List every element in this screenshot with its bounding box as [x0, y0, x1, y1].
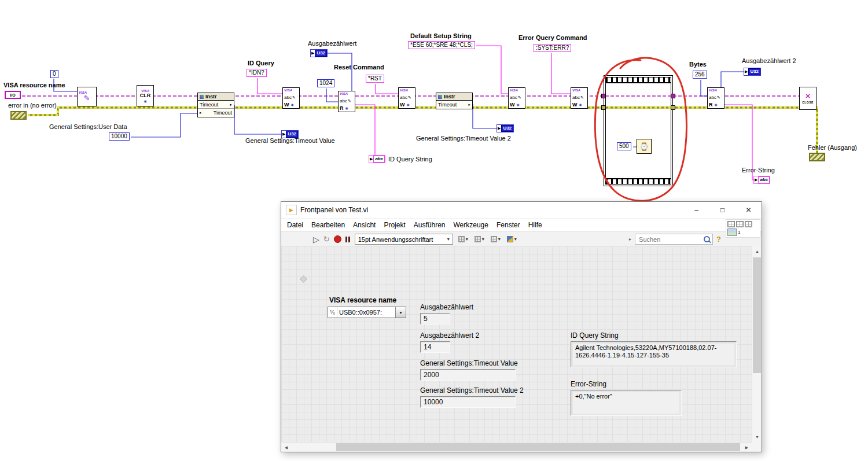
visa-close-node[interactable]: ✕ CLOSE	[799, 87, 816, 110]
read-letter: R	[709, 102, 713, 108]
label-ausgabezaehlwert-2: Ausgabezählwert 2	[742, 57, 796, 65]
menu-fenster[interactable]: Fenster	[492, 221, 524, 229]
label-bytes: Bytes	[689, 61, 707, 68]
constant-256[interactable]: 256	[693, 71, 707, 79]
pause-button[interactable]	[345, 237, 347, 242]
string-wires[interactable]	[258, 46, 753, 180]
error-in-terminal[interactable]	[10, 111, 27, 120]
tunnel-error-left[interactable]	[601, 105, 606, 110]
constant-default-setup[interactable]: *ESE 60;*SRE 48;*CLS;	[408, 41, 475, 49]
id-query-string-field[interactable]: Agilent Technologies,53220A,MY57100188,0…	[571, 341, 737, 367]
constant-1024[interactable]: 1024	[317, 79, 334, 87]
visa-resource-value[interactable]: USB0::0x0957:	[337, 307, 395, 318]
visa-write-node-2[interactable]: VISA abc✎ W◉	[398, 87, 415, 109]
property-row-timeout-write[interactable]: ▸ Timeout	[198, 109, 234, 117]
menu-ausfuehren[interactable]: Ausführen	[410, 221, 450, 229]
vertical-scroll-thumb[interactable]	[753, 257, 761, 373]
menu-bearbeiten[interactable]: Bearbeiten	[307, 221, 349, 229]
titlebar[interactable]: ▶ Frontpanel von Test.vi – □ ✕	[281, 202, 762, 219]
font-selector[interactable]: 15pt Anwendungsschriftart ▾	[355, 234, 453, 245]
property-node-1[interactable]: Instr Timeout ▸ ▸ Timeout	[197, 93, 234, 117]
ausgabe2-field[interactable]: 14	[420, 341, 450, 353]
grid-view-icon-2[interactable]	[736, 221, 744, 227]
timeout2-field[interactable]: 10000	[420, 396, 516, 408]
minimize-button[interactable]: –	[683, 202, 709, 218]
reorder-dropdown[interactable]: ▾	[506, 234, 518, 245]
distribute-objects-dropdown[interactable]: ▾	[473, 234, 486, 245]
visa-write-node-1[interactable]: VISA abc✎ W◉	[282, 87, 300, 109]
search-box[interactable]	[635, 234, 713, 245]
fp-label-ausgabe1: Ausgabezählwert	[420, 303, 473, 311]
clock-icon: ⌚	[639, 142, 649, 151]
u32-chip: U32	[501, 125, 513, 132]
scroll-left-icon[interactable]: ◀	[281, 442, 291, 452]
visa-write-node-3[interactable]: VISA abc✎ W◉	[508, 87, 525, 109]
horizontal-scroll-thumb[interactable]	[336, 443, 740, 451]
close-button[interactable]: ✕	[735, 202, 762, 218]
wires-layer	[0, 0, 868, 208]
search-expand-icon[interactable]: ▸	[629, 237, 631, 242]
visa-clear-node[interactable]: VISA CLR ◉	[137, 85, 154, 106]
visa-read-node-1[interactable]: VISA abc✎ R◉	[338, 91, 355, 112]
scroll-down-icon[interactable]: ▼	[752, 432, 762, 442]
visa-resource-terminal[interactable]: I/O	[5, 91, 21, 99]
resize-objects-dropdown[interactable]: ▾	[490, 234, 502, 245]
error-wire-dash[interactable]	[28, 108, 817, 157]
toolbar-right-group: ▸ ?	[629, 234, 721, 245]
grid-view-icon-1[interactable]	[727, 221, 735, 227]
help-button[interactable]: ?	[716, 235, 721, 244]
reorder-icon	[507, 236, 513, 242]
align-objects-dropdown[interactable]: ▾	[457, 234, 469, 245]
indicator-ausgabezaehlwert[interactable]: ▶ U32	[310, 49, 328, 57]
chevron-down-icon: ▾	[514, 237, 517, 242]
visa-title: VISA	[572, 88, 586, 93]
visa-open-node[interactable]: VISA ✎	[77, 87, 97, 106]
vertical-scrollbar[interactable]: ▲ ▼	[752, 246, 762, 442]
combo-dropdown-button[interactable]: ▼	[395, 307, 406, 318]
scroll-right-icon[interactable]: ▶	[742, 442, 752, 452]
error-wire-base[interactable]	[28, 108, 817, 157]
error-out-terminal[interactable]	[809, 153, 825, 161]
toolbar: ▷ ↻ 15pt Anwendungsschriftart ▾ ▾ ▾ ▾	[281, 231, 762, 247]
indicator-timeout-value-2[interactable]: ▶ U32	[496, 124, 514, 132]
property-row-timeout-read[interactable]: Timeout ▸	[198, 101, 234, 109]
visa-write-node-4[interactable]: VISA abc✎ W◉	[571, 87, 588, 109]
menu-hilfe[interactable]: Hilfe	[524, 221, 546, 229]
visa-resource-combo[interactable]: ⅟₀ USB0::0x0957: ▼	[328, 307, 406, 318]
grid-view-icon-3[interactable]	[745, 221, 752, 227]
tunnel-visa-right[interactable]	[671, 94, 675, 98]
search-input[interactable]	[638, 235, 704, 244]
navigation-thumbnail[interactable]	[727, 228, 737, 236]
menu-datei[interactable]: Datei	[283, 221, 307, 229]
constant-idn[interactable]: *IDN?	[247, 69, 267, 77]
horizontal-scrollbar[interactable]: ◀ ▶	[281, 442, 752, 452]
constant-rst[interactable]: *RST	[366, 75, 384, 83]
label-user-data: General Settings:User Data	[49, 123, 127, 131]
constant-error-query[interactable]: :SYST:ERR?	[534, 44, 571, 52]
constant-10000[interactable]: 10000	[109, 132, 130, 141]
indicator-id-query-string[interactable]: ▶ abc	[369, 155, 385, 163]
maximize-button[interactable]: □	[709, 202, 735, 218]
constant-wait-500[interactable]: 500	[617, 142, 631, 150]
flat-sequence-structure[interactable]	[604, 75, 673, 186]
menu-ansicht[interactable]: Ansicht	[349, 221, 380, 229]
abort-button[interactable]	[334, 235, 341, 243]
run-continuous-button[interactable]: ↻	[323, 235, 330, 244]
constant-zero[interactable]: 0	[50, 70, 58, 78]
wait-ms-node[interactable]: ⌚	[637, 139, 652, 154]
indicator-error-string[interactable]: ▶ abc	[753, 176, 770, 184]
error-string-field[interactable]: +0,"No error"	[571, 390, 682, 416]
indicator-ausgabezaehlwert-2[interactable]: ▶ U32	[744, 68, 761, 76]
tunnel-visa-left[interactable]	[601, 94, 606, 98]
property-row-timeout-read[interactable]: Timeout ▸	[436, 101, 472, 109]
run-button[interactable]: ▷	[313, 235, 319, 244]
visa-read-node-2[interactable]: VISA abc✎ R◉	[707, 87, 724, 109]
menu-projekt[interactable]: Projekt	[380, 221, 409, 229]
scroll-up-icon[interactable]: ▲	[752, 246, 762, 256]
ausgabe1-field[interactable]: 5	[420, 313, 450, 324]
frontpanel-area: VISA resource name ⅟₀ USB0::0x0957: ▼ Au…	[281, 246, 752, 442]
property-node-2[interactable]: Instr Timeout ▸	[436, 93, 473, 109]
menu-werkzeuge[interactable]: Werkzeuge	[449, 221, 492, 229]
timeout1-field[interactable]: 2000	[420, 369, 516, 381]
tunnel-error-right[interactable]	[671, 105, 675, 110]
